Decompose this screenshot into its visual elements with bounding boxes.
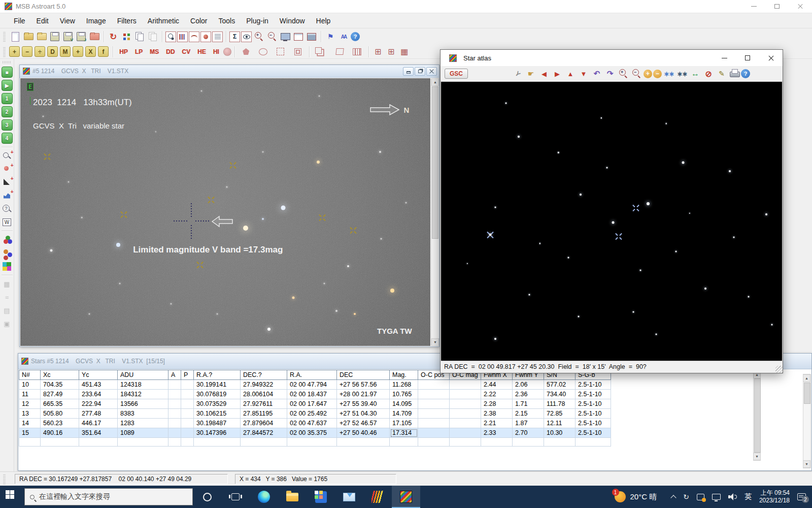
menu-tools[interactable]: Tools bbox=[213, 17, 241, 25]
zoom-out-icon[interactable]: − bbox=[266, 30, 278, 43]
resize-grip[interactable] bbox=[775, 366, 783, 373]
table-cell[interactable]: 02 00 17.647 bbox=[287, 399, 337, 409]
palette-icon[interactable] bbox=[2, 261, 13, 272]
scrollbar-thumb[interactable] bbox=[804, 383, 810, 404]
table-cell[interactable] bbox=[194, 438, 241, 447]
image-restore-button[interactable] bbox=[415, 67, 425, 76]
open-image-icon[interactable] bbox=[22, 30, 35, 43]
app-close-button[interactable] bbox=[789, 0, 812, 13]
rotate-ccw-icon[interactable]: ↶ bbox=[591, 68, 603, 80]
image-slot-3-icon[interactable]: 3 bbox=[2, 119, 13, 131]
menu-color[interactable]: Color bbox=[185, 17, 213, 25]
column-header[interactable]: A bbox=[168, 370, 181, 380]
divide-button[interactable]: ÷ bbox=[35, 46, 45, 57]
table-cell[interactable]: 8383 bbox=[118, 409, 168, 419]
tile-quad-icon[interactable]: ⊞ bbox=[385, 46, 397, 58]
table-cell[interactable]: 11 bbox=[19, 390, 41, 399]
table-cell[interactable] bbox=[168, 380, 181, 390]
table-cell[interactable]: 505.80 bbox=[41, 409, 79, 419]
toolbar-grip[interactable] bbox=[3, 61, 12, 64]
disabled-tool-2-icon[interactable]: ≈ bbox=[2, 292, 13, 303]
table-cell[interactable]: 14 bbox=[19, 419, 41, 428]
table-cell[interactable]: 2.33 bbox=[481, 428, 513, 438]
photometry-icon[interactable]: + bbox=[2, 164, 13, 175]
dashed-select-icon[interactable] bbox=[275, 46, 287, 58]
disabled-tool-3-icon[interactable]: ▤ bbox=[2, 305, 13, 316]
table-cell[interactable] bbox=[418, 409, 450, 419]
table-cell[interactable]: 827.49 bbox=[41, 390, 79, 399]
gsc-button[interactable]: GSC bbox=[445, 69, 468, 79]
tray-expand-icon[interactable] bbox=[671, 495, 676, 500]
view-eye-icon[interactable] bbox=[241, 31, 252, 42]
table-cell[interactable]: 10 bbox=[19, 380, 41, 390]
table-cell[interactable]: 2.22 bbox=[481, 390, 513, 399]
table-cell[interactable]: +28 00 21.97 bbox=[337, 390, 390, 399]
table-cell[interactable] bbox=[544, 438, 576, 447]
blink-play-icon[interactable]: ▶ bbox=[2, 80, 13, 91]
atlas-minimize-button[interactable] bbox=[713, 50, 736, 66]
table-cell[interactable]: 02 00 47.794 bbox=[287, 380, 337, 390]
table-cell[interactable] bbox=[418, 390, 450, 399]
table-cell[interactable]: 2.38 bbox=[481, 409, 513, 419]
table-cell[interactable]: 124318 bbox=[118, 380, 168, 390]
file-explorer-button[interactable] bbox=[278, 486, 307, 508]
rotate-cw-icon[interactable]: ↷ bbox=[604, 68, 616, 80]
menu-image[interactable]: Image bbox=[81, 17, 112, 25]
table-cell[interactable] bbox=[481, 438, 513, 447]
statistics-icon[interactable] bbox=[229, 31, 240, 42]
table-cell[interactable]: 02 00 47.637 bbox=[287, 419, 337, 428]
table-cell[interactable]: 02 00 18.437 bbox=[287, 390, 337, 399]
atlas-zoom-in-icon[interactable]: + bbox=[617, 68, 629, 80]
table-cell[interactable]: 2.5-1-10 bbox=[576, 380, 611, 390]
scroll-up-icon[interactable]: ▲ bbox=[431, 78, 439, 86]
undo-icon[interactable]: ↻ bbox=[107, 30, 119, 43]
star-image[interactable]: E 2023 1214 13h33m(UT) GCVS X Tri variab… bbox=[20, 78, 430, 346]
duplicate-window-icon[interactable] bbox=[315, 46, 327, 58]
window-normal-icon[interactable] bbox=[292, 30, 304, 43]
table-cell[interactable] bbox=[450, 380, 481, 390]
batch-icon[interactable] bbox=[120, 30, 132, 43]
more-stars-icon[interactable]: + bbox=[644, 70, 652, 78]
fewer-stars-icon[interactable]: − bbox=[653, 70, 662, 78]
pan-up-icon[interactable]: ▲ bbox=[564, 68, 577, 80]
lp-filter-button[interactable]: LP bbox=[132, 46, 146, 58]
multiply-button[interactable]: X bbox=[85, 46, 96, 57]
table-cell[interactable] bbox=[168, 438, 181, 447]
table-cell[interactable] bbox=[181, 419, 194, 428]
columns-icon[interactable] bbox=[351, 46, 363, 58]
table-cell[interactable]: 13 bbox=[19, 409, 41, 419]
weather-widget[interactable]: 1 20°C 晴 bbox=[615, 491, 657, 502]
table-cell[interactable]: 30.073529 bbox=[194, 399, 241, 409]
image-slot-4-icon[interactable]: 4 bbox=[2, 133, 13, 144]
paste-icon[interactable] bbox=[147, 30, 159, 43]
scroll-down-icon[interactable]: ▼ bbox=[753, 453, 761, 460]
table-cell[interactable]: 2.15 bbox=[513, 409, 544, 419]
table-cell[interactable]: 12.11 bbox=[544, 419, 576, 428]
table-cell[interactable]: 13566 bbox=[118, 399, 168, 409]
pan-left-icon[interactable]: ◀ bbox=[538, 68, 550, 80]
chat-tray-icon[interactable] bbox=[697, 494, 704, 500]
save-icon[interactable] bbox=[49, 30, 61, 43]
save-j-icon[interactable]: J bbox=[75, 30, 87, 43]
rgb-merge-icon[interactable] bbox=[2, 234, 13, 245]
menu-arithmetic[interactable]: Arithmetic bbox=[142, 17, 185, 25]
menu-view[interactable]: View bbox=[54, 17, 81, 25]
table-cell[interactable]: 10.765 bbox=[390, 390, 418, 399]
median-button[interactable]: M bbox=[60, 46, 71, 57]
start-button[interactable] bbox=[0, 486, 24, 508]
table-cell[interactable] bbox=[418, 438, 450, 447]
column-header[interactable]: ADU bbox=[118, 370, 168, 380]
table-cell[interactable] bbox=[118, 438, 168, 447]
table-cell[interactable]: 1.71 bbox=[513, 399, 544, 409]
table-cell[interactable] bbox=[241, 438, 287, 447]
table-cell[interactable]: 2.5-1-10 bbox=[576, 409, 611, 419]
full-screen-icon[interactable] bbox=[279, 30, 291, 43]
table-cell[interactable]: 27.949322 bbox=[241, 380, 287, 390]
subtract-button[interactable]: − bbox=[22, 46, 32, 57]
hi-filter-button[interactable]: HI bbox=[210, 46, 222, 58]
atlas-close-button[interactable] bbox=[759, 50, 783, 66]
table-cell[interactable]: 184312 bbox=[118, 390, 168, 399]
scroll-up-icon[interactable]: ▲ bbox=[803, 374, 810, 382]
menu-edit[interactable]: Edit bbox=[31, 17, 54, 25]
column-header[interactable]: DEC bbox=[337, 370, 390, 380]
